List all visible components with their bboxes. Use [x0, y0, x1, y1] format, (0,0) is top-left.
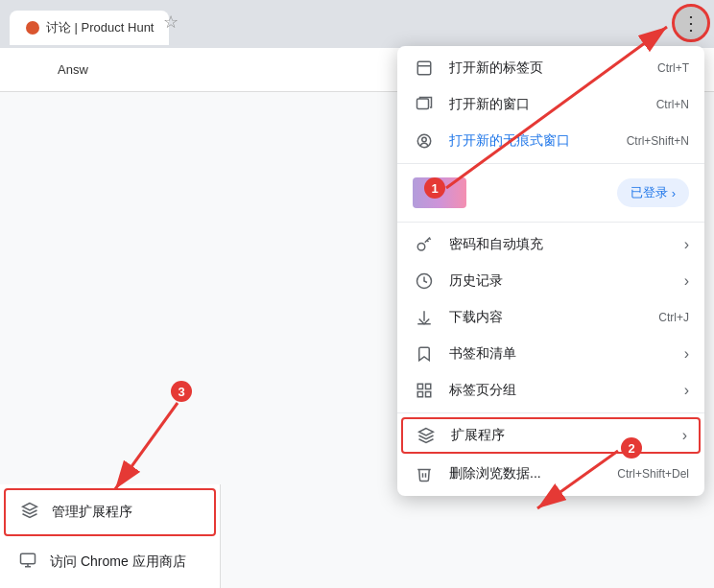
divider-2	[397, 222, 704, 223]
divider-1	[397, 163, 704, 164]
clear-data-label: 删除浏览数据...	[449, 465, 617, 482]
tabgroups-label: 标签页分组	[449, 382, 677, 399]
new-window-icon	[413, 96, 436, 113]
incognito-shortcut: Ctrl+Shift+N	[627, 134, 689, 148]
clear-data-item[interactable]: 删除浏览数据... Ctrl+Shift+Del	[397, 456, 704, 492]
new-window-label: 打开新的窗口	[449, 96, 656, 113]
tab-bar: 讨论 | Product Hunt	[0, 0, 714, 48]
svg-rect-9	[417, 392, 422, 397]
downloads-shortcut: Ctrl+J	[658, 311, 689, 324]
extensions-icon	[415, 427, 438, 444]
svg-point-4	[422, 137, 427, 142]
tabgroups-item[interactable]: 标签页分组 ›	[397, 372, 704, 409]
extensions-submenu: 管理扩展程序 访问 Chrome 应用商店	[0, 484, 221, 588]
manage-extensions-label: 管理扩展程序	[52, 504, 132, 521]
passwords-icon	[413, 236, 436, 253]
history-icon	[413, 272, 436, 290]
active-tab[interactable]: 讨论 | Product Hunt	[10, 11, 169, 45]
svg-point-5	[417, 244, 425, 251]
tabgroups-icon	[413, 382, 436, 399]
new-tab-icon	[413, 59, 436, 77]
new-tab-label: 打开新的标签页	[449, 59, 657, 77]
history-label: 历史记录	[449, 272, 677, 290]
bookmarks-item[interactable]: 书签和清单 ›	[397, 336, 704, 372]
svg-rect-3	[417, 99, 429, 109]
passwords-arrow: ›	[684, 236, 689, 253]
badge-2: 2	[621, 437, 642, 459]
passwords-label: 密码和自动填充	[449, 236, 677, 253]
chrome-store-icon	[19, 552, 38, 573]
manage-extensions-item[interactable]: 管理扩展程序	[4, 488, 216, 536]
downloads-item[interactable]: 下载内容 Ctrl+J	[397, 299, 704, 336]
extensions-item[interactable]: 扩展程序 ›	[401, 417, 701, 454]
divider-3	[397, 412, 704, 413]
downloads-label: 下载内容	[449, 309, 658, 326]
history-arrow: ›	[684, 272, 689, 290]
tab-favicon	[25, 20, 40, 35]
badge-1: 1	[424, 177, 445, 199]
bookmarks-label: 书签和清单	[449, 345, 677, 363]
profile-login-button[interactable]: 已登录 ›	[617, 178, 689, 207]
tab-title: 讨论 | Product Hunt	[46, 19, 154, 36]
svg-rect-7	[417, 384, 422, 388]
context-menu: 打开新的标签页 Ctrl+T 打开新的窗口 Ctrl+N 打开新的无痕式窗口 C…	[397, 46, 704, 496]
passwords-item[interactable]: 密码和自动填充 ›	[397, 226, 704, 263]
svg-rect-2	[417, 61, 431, 75]
incognito-icon	[413, 132, 436, 150]
profile-login-label: 已登录	[631, 184, 668, 201]
badge-3: 3	[171, 381, 192, 402]
three-dot-menu-button[interactable]: ⋮	[672, 4, 710, 42]
svg-rect-8	[426, 384, 431, 388]
downloads-icon	[413, 309, 436, 326]
new-window-shortcut: Ctrl+N	[656, 98, 689, 111]
extensions-label: 扩展程序	[451, 427, 675, 444]
clear-data-shortcut: Ctrl+Shift+Del	[617, 467, 689, 481]
svg-rect-1	[21, 553, 36, 564]
chrome-store-item[interactable]: 访问 Chrome 应用商店	[4, 540, 216, 584]
svg-rect-10	[426, 392, 431, 397]
chrome-store-label: 访问 Chrome 应用商店	[50, 553, 186, 571]
manage-extensions-icon	[21, 502, 40, 523]
new-tab-shortcut: Ctrl+T	[657, 61, 689, 75]
bookmarks-icon	[413, 345, 436, 363]
extensions-arrow: ›	[682, 427, 687, 444]
profile-arrow-icon: ›	[672, 186, 676, 200]
clear-data-icon	[413, 465, 436, 482]
incognito-label: 打开新的无痕式窗口	[449, 132, 627, 150]
three-dot-icon: ⋮	[681, 12, 701, 35]
incognito-item[interactable]: 打开新的无痕式窗口 Ctrl+Shift+N	[397, 123, 704, 159]
tabgroups-arrow: ›	[684, 382, 689, 399]
history-item[interactable]: 历史记录 ›	[397, 263, 704, 299]
svg-point-0	[26, 21, 39, 35]
new-tab-item[interactable]: 打开新的标签页 Ctrl+T	[397, 50, 704, 86]
bookmarks-arrow: ›	[684, 345, 689, 363]
new-window-item[interactable]: 打开新的窗口 Ctrl+N	[397, 86, 704, 123]
page-content-hint: Answ	[58, 62, 88, 77]
bookmark-star-icon[interactable]: ☆	[163, 12, 178, 33]
